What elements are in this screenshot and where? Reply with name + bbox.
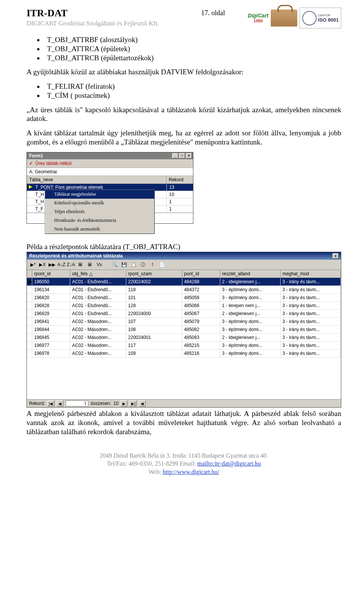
- tb-sort-asc-icon[interactable]: A↓Z: [57, 261, 66, 268]
- tb-info-icon[interactable]: ⓘ: [139, 261, 147, 268]
- row-marker-icon: [27, 326, 32, 333]
- row-marker-icon: ▶: [27, 184, 34, 191]
- table-row[interactable]: 196845AC02 - Másodren...2200240014850832…: [27, 334, 341, 342]
- row-marker-icon: [27, 334, 32, 341]
- rekord-label: Rekord:: [29, 401, 45, 406]
- window-title: Részletpontok és attribútumainak tábláza…: [29, 253, 123, 259]
- bullet-list-b: T_FELIRAT (feliratok) T_CÍM ( postacímek…: [44, 82, 341, 100]
- tb-filter2-icon[interactable]: 🏛: [86, 261, 94, 268]
- iso-badge: CERTOP ISO 9001: [300, 8, 341, 28]
- close-button[interactable]: ×: [333, 253, 339, 259]
- bag-icon: [271, 9, 297, 27]
- table-row[interactable]: 196978AC02 - Másodren...1094852163 - épí…: [27, 350, 341, 358]
- menu-item-full-check[interactable]: Teljes ellenőrzés: [45, 207, 154, 216]
- tb-doc-icon[interactable]: 📄: [158, 261, 166, 268]
- col-rpont-id[interactable]: rpont_id: [32, 270, 70, 278]
- empty-tables-toggle[interactable]: ✓ Üres táblák nélkül: [27, 159, 193, 168]
- col-meghat-mod[interactable]: meghat_mod: [281, 270, 341, 278]
- table-row[interactable]: 196134AC01 - Elsőrendű...1184843723 - ép…: [27, 286, 341, 294]
- col-tabla-neve[interactable]: Tábla_neve: [27, 176, 166, 184]
- doc-subtitle: DIGICART Geodéziai Szolgáltató és Fejles…: [27, 20, 201, 27]
- paragraph: A kívánt táblázat tartalmát úgy jeleníth…: [27, 129, 341, 147]
- col-pont-id[interactable]: pont_id: [182, 270, 220, 278]
- minimize-button[interactable]: _: [172, 153, 178, 158]
- nav-first-button[interactable]: |◀: [47, 400, 54, 406]
- col-obj-fels[interactable]: obj_fels △: [70, 270, 126, 278]
- paragraph: A megjelenő párbeszéd ablakon a kiválasz…: [27, 409, 341, 436]
- row-marker-icon: [27, 350, 32, 357]
- detail-titlebar[interactable]: Részletpontok és attribútumainak tábláza…: [27, 252, 341, 260]
- category-field[interactable]: A: Geometriai: [27, 168, 193, 176]
- paragraph: A gyűjtőtáblák közül az alábbiakat haszn…: [27, 67, 341, 77]
- row-marker-icon: [27, 310, 32, 317]
- window-title: Form1: [29, 153, 43, 158]
- table-row[interactable]: ▶196050AC01 - Elsőrendű...22002400248428…: [27, 278, 341, 286]
- table-row[interactable]: 196841AC02 - Másodren...1074850793 - épí…: [27, 318, 341, 326]
- list-item: T_OBJ_ATTRCA (épületek): [44, 44, 341, 53]
- tb-delete-icon[interactable]: ▶X: [38, 261, 47, 268]
- row-marker-icon: [27, 302, 32, 309]
- table-row[interactable]: 196829AC01 - Elsőrendű...220024000485067…: [27, 310, 341, 318]
- toolbar: ▶* ▶X ▶▶ A↓Z Z↓A 🏛 🏛 Vx 🔍 💾 📋 ⓘ ! 📄: [27, 260, 341, 270]
- footer-address: 2049 Diósd Bartók Béla út 3. Iroda: 1145…: [27, 452, 341, 460]
- page-number: 17. oldal: [201, 8, 248, 17]
- tb-clear-filter-icon[interactable]: Vx: [95, 261, 104, 268]
- page-footer: 2049 Diósd Bartók Béla út 3. Iroda: 1145…: [27, 452, 341, 476]
- header-logos: DigiCart 1990 CERTOP ISO 9001: [248, 8, 341, 28]
- row-marker-icon: [27, 286, 32, 293]
- check-icon: ✓: [29, 161, 33, 166]
- total-count: 10: [113, 401, 118, 406]
- menu-item-fields[interactable]: Kötelező/opcionális mezők: [45, 199, 154, 207]
- form1-titlebar[interactable]: Form1 _ □ ×: [27, 152, 193, 159]
- tb-sort-desc-icon[interactable]: Z↓A: [67, 261, 75, 268]
- row-marker-icon: ▶: [27, 278, 32, 286]
- context-menu: Táblázat megjelenítése Kötelező/opcionál…: [45, 190, 155, 234]
- list-item: T_OBJ_ATTRCB (épülettartozékok): [44, 53, 341, 63]
- table-row[interactable]: 196844AC02 - Másodren...1084850823 - épí…: [27, 326, 341, 334]
- nav-scroll-left[interactable]: ◀: [139, 400, 146, 406]
- tb-insert-icon[interactable]: ▶*: [29, 261, 37, 268]
- table-row[interactable]: 196977AC02 - Másodren...1174852153 - épí…: [27, 342, 341, 350]
- footer-email-link[interactable]: mailto:itr-dat@digicart.hu: [197, 460, 261, 467]
- tb-notes-icon[interactable]: 📋: [129, 261, 138, 268]
- row-marker-icon: [27, 342, 32, 349]
- list-item: T_CÍM ( postacímek): [44, 91, 341, 100]
- col-rekord[interactable]: Rekord: [166, 176, 193, 184]
- row-marker-icon: [27, 294, 32, 301]
- tb-filter-icon[interactable]: 🏛: [76, 261, 85, 268]
- menu-item-unused-ids[interactable]: Nem használt azonosítók: [45, 225, 154, 234]
- footer-web-link[interactable]: http://www.digicart.hu/: [163, 469, 219, 475]
- tb-search-icon[interactable]: 🔍: [110, 261, 119, 268]
- grid-body: ▶196050AC01 - Elsőrendű...22002400248428…: [27, 278, 341, 358]
- col-rpont-szam[interactable]: rpont_szam: [126, 270, 182, 278]
- table-row[interactable]: 196828AC01 - Elsőrendű...1284850661 - te…: [27, 302, 341, 310]
- nav-next-button[interactable]: ▶: [121, 400, 127, 406]
- toggle-label: Üres táblák nélkül: [35, 161, 71, 166]
- list-item: T_OBJ_ATTRBF (alosztályok): [44, 35, 341, 44]
- status-bar: Rekord: |◀ ◀ 1 összesen: 10 ▶ ▶| ◀: [27, 399, 341, 407]
- list-item: T_FELIRAT (feliratok): [44, 82, 341, 91]
- digicart-logo: DigiCart 1990: [248, 13, 268, 23]
- example-caption: Példa a részletpontok táblázatára (T_OBJ…: [27, 242, 341, 251]
- record-number-input[interactable]: 1: [66, 400, 88, 406]
- tb-alert-icon[interactable]: !: [148, 261, 157, 268]
- menu-item-show-table[interactable]: Táblázat megjelenítése: [45, 190, 154, 199]
- menu-item-consistency[interactable]: Hivatkozás- és értékkonzisztencia: [45, 216, 154, 225]
- bullet-list-a: T_OBJ_ATTRBF (alosztályok) T_OBJ_ATTRCA …: [44, 35, 341, 62]
- close-button[interactable]: ×: [186, 153, 192, 158]
- col-reszlet-alland[interactable]: reszlet_alland: [220, 270, 281, 278]
- maximize-button[interactable]: □: [179, 153, 185, 158]
- nav-prev-button[interactable]: ◀: [56, 400, 63, 406]
- grid-header: Tábla_neve Rekord: [27, 176, 193, 184]
- footer-web-label: Web:: [149, 469, 163, 475]
- nav-last-button[interactable]: ▶|: [130, 400, 136, 406]
- detail-points-window: Részletpontok és attribútumainak tábláza…: [27, 252, 341, 408]
- grid-header: rpont_id obj_fels △ rpont_szam pont_id r…: [27, 270, 341, 278]
- tb-next-icon[interactable]: ▶▶: [48, 261, 56, 268]
- row-marker-icon: [27, 318, 32, 325]
- tb-save-icon[interactable]: 💾: [120, 261, 128, 268]
- footer-contact: Tel/Fax: 469-0350, 251-8299 Email:: [107, 460, 197, 467]
- table-row[interactable]: 196820AC01 - Elsőrendű...1014850583 - ép…: [27, 294, 341, 302]
- paragraph: „Az üres táblák is" kapcsoló kikapcsolás…: [27, 105, 341, 124]
- total-label: összesen:: [91, 401, 111, 406]
